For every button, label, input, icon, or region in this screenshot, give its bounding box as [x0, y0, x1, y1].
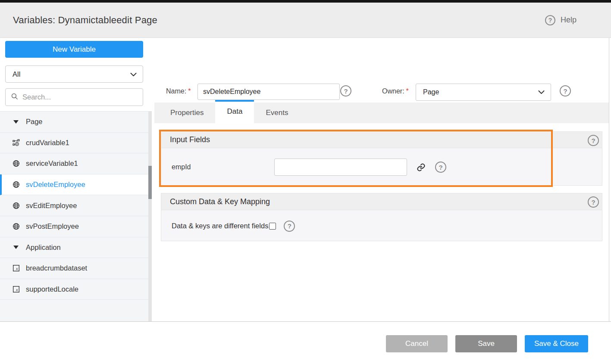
service-variable-globe-icon: [12, 202, 20, 209]
model-variable-icon: x: [12, 264, 20, 272]
data-keys-checkbox[interactable]: [269, 223, 276, 230]
svg-text:x: x: [15, 267, 18, 271]
name-input[interactable]: [197, 84, 340, 100]
help-label: Help: [561, 16, 577, 25]
service-variable-globe-icon: [12, 223, 20, 230]
search-input[interactable]: [22, 93, 138, 101]
service-variable-globe-icon: [12, 181, 20, 188]
input-fields-header: Input Fields: [161, 132, 602, 148]
variable-group-application[interactable]: Application: [0, 237, 148, 258]
variable-list: Page crudVariable1 serviceVariable1: [0, 111, 148, 321]
input-fields-help-icon[interactable]: ?: [588, 135, 599, 146]
name-label: Name:*: [166, 87, 191, 95]
cancel-button[interactable]: Cancel: [386, 335, 448, 352]
variable-label: serviceVariable1: [26, 159, 78, 168]
chevron-down-icon: [130, 70, 137, 78]
variable-detail-panel: Name:* ? Owner:* Page ? Type: Web Servic…: [154, 38, 609, 321]
filter-selected-value: All: [13, 70, 20, 78]
variable-label: svEditEmployee: [26, 202, 77, 210]
variable-label: crudVariable1: [26, 139, 69, 147]
variables-sidebar: New Variable All Page: [0, 38, 152, 321]
checkbox-label: Data & keys are different fields: [172, 222, 268, 230]
name-help-icon[interactable]: ?: [340, 85, 351, 96]
required-asterisk: *: [406, 87, 409, 95]
panel-right-border: [609, 38, 609, 321]
empid-input[interactable]: [274, 159, 407, 176]
required-asterisk: *: [188, 87, 191, 95]
variables-dialog: Variables: Dynamictableedit Page ? Help …: [0, 0, 611, 364]
tab-properties[interactable]: Properties: [159, 103, 215, 123]
dialog-footer: Cancel Save Save & Close: [0, 322, 611, 364]
dialog-header: Variables: Dynamictableedit Page ? Help: [0, 3, 611, 38]
list-item-supportedlocale[interactable]: x supportedLocale: [0, 279, 148, 300]
checkbox-help-icon[interactable]: ?: [284, 221, 295, 232]
custom-mapping-row: Data & keys are different fields ?: [161, 210, 602, 242]
chevron-down-icon: [538, 88, 545, 96]
bind-link-icon[interactable]: [417, 163, 426, 172]
owner-select[interactable]: Page: [416, 84, 551, 101]
variable-search: [5, 88, 143, 106]
group-label: Application: [26, 243, 61, 252]
service-variable-globe-icon: [12, 160, 20, 167]
custom-mapping-header: Custom Data & Key Mapping: [161, 193, 602, 210]
tab-events[interactable]: Events: [254, 103, 300, 123]
custom-mapping-help-icon[interactable]: ?: [588, 196, 599, 208]
section-title: Input Fields: [170, 135, 210, 144]
owner-selected-value: Page: [423, 88, 439, 96]
sidebar-scrollbar-thumb[interactable]: [148, 166, 152, 199]
help-button[interactable]: ? Help: [545, 3, 577, 37]
sidebar-scrollbar[interactable]: [148, 111, 152, 321]
variable-label: breadcrumbdataset: [26, 264, 87, 272]
list-item-svdeleteemployee-selected[interactable]: svDeleteEmployee: [0, 174, 148, 196]
list-item-svpostemployee[interactable]: svPostEmployee: [0, 216, 148, 237]
svg-text:x: x: [15, 287, 18, 292]
page-title: Variables: Dynamictableedit Page: [13, 15, 157, 26]
variable-label: supportedLocale: [26, 285, 78, 293]
group-label: Page: [26, 118, 43, 126]
owner-help-icon[interactable]: ?: [560, 85, 571, 96]
crud-variable-icon: [12, 139, 20, 146]
list-item-servicevariable1[interactable]: serviceVariable1: [0, 153, 148, 174]
input-field-row-empid: empId ?: [161, 148, 602, 186]
help-icon: ?: [545, 15, 555, 25]
model-variable-icon: x: [12, 286, 20, 293]
variable-label: svPostEmployee: [26, 222, 79, 230]
search-icon: [11, 93, 18, 102]
variable-group-page[interactable]: Page: [0, 112, 148, 133]
owner-label: Owner:*: [382, 87, 409, 95]
list-item-sveditemployee[interactable]: svEditEmployee: [0, 195, 148, 216]
list-item-crudvariable1[interactable]: crudVariable1: [0, 133, 148, 154]
custom-mapping-section: Custom Data & Key Mapping ? Data & keys …: [161, 193, 602, 241]
variable-label: svDeleteEmployee: [26, 180, 85, 189]
empid-help-icon[interactable]: ?: [435, 162, 446, 173]
input-fields-section: Input Fields ? empId ?: [161, 131, 602, 186]
empid-label: empId: [172, 163, 274, 171]
section-title: Custom Data & Key Mapping: [170, 197, 270, 206]
tab-data[interactable]: Data: [215, 100, 254, 123]
save-button[interactable]: Save: [455, 335, 517, 352]
save-and-close-button[interactable]: Save & Close: [525, 335, 588, 352]
collapse-triangle-icon: [12, 120, 20, 124]
list-item-breadcrumbdataset[interactable]: x breadcrumbdataset: [0, 258, 148, 279]
new-variable-button[interactable]: New Variable: [5, 41, 143, 58]
collapse-triangle-icon: [12, 246, 20, 249]
tab-bar: Properties Data Events: [154, 103, 609, 123]
variable-filter-select[interactable]: All: [5, 65, 143, 83]
